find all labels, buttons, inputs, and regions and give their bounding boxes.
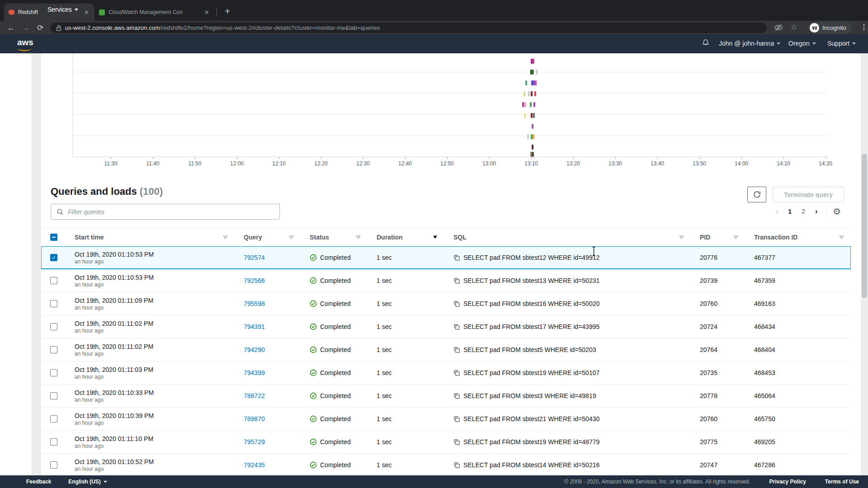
row-checkbox[interactable]	[41, 346, 61, 353]
url-bar[interactable]: us-west-2.console.aws.amazon.com/redshif…	[51, 23, 767, 33]
account-menu[interactable]: John @ john-hanna	[719, 40, 780, 47]
copy-icon[interactable]	[453, 370, 460, 376]
copy-icon[interactable]	[453, 462, 460, 469]
copy-icon[interactable]	[453, 393, 460, 399]
bookmark-star-icon[interactable]: ☆	[790, 22, 797, 32]
column-header-transaction-id[interactable]: Transaction ID	[745, 229, 851, 246]
query-link[interactable]: 788722	[244, 392, 265, 399]
query-event-mark[interactable]	[533, 59, 534, 64]
copy-icon[interactable]	[453, 347, 460, 353]
forward-button[interactable]: →	[22, 24, 30, 32]
row-checkbox[interactable]	[41, 300, 61, 307]
query-link[interactable]: 789870	[244, 415, 265, 422]
column-header-query[interactable]: Query	[235, 229, 301, 246]
query-event-mark[interactable]	[525, 80, 527, 85]
copy-icon[interactable]	[453, 277, 460, 284]
query-link[interactable]: 795729	[244, 438, 265, 446]
sort-icon[interactable]	[679, 235, 684, 239]
copy-icon[interactable]	[453, 324, 460, 330]
row-checkbox[interactable]	[41, 369, 61, 376]
sort-icon[interactable]	[839, 235, 844, 239]
tab-close-icon[interactable]: ✕	[203, 9, 210, 16]
query-link[interactable]: 794391	[244, 323, 265, 330]
page-2-button[interactable]: 2	[797, 208, 810, 215]
query-event-mark[interactable]	[531, 113, 533, 118]
query-event-mark[interactable]	[536, 70, 538, 75]
query-event-mark[interactable]	[530, 70, 532, 75]
row-checkbox[interactable]	[41, 323, 61, 330]
language-selector[interactable]: English (US)	[68, 479, 107, 485]
page-1-button[interactable]: 1	[783, 208, 797, 215]
row-checkbox[interactable]	[41, 461, 61, 469]
collapsed-side-panel[interactable]	[32, 53, 41, 475]
region-menu[interactable]: Oregon	[788, 40, 816, 47]
column-header-duration[interactable]: Duration	[368, 229, 444, 246]
query-event-mark[interactable]	[532, 145, 533, 150]
browser-menu-icon[interactable]: ⋮	[860, 23, 868, 31]
copy-icon[interactable]	[453, 300, 460, 307]
query-event-mark[interactable]	[532, 124, 533, 129]
column-header-status[interactable]: Status	[301, 229, 368, 246]
select-all-checkbox[interactable]	[41, 229, 61, 246]
privacy-policy-link[interactable]: Privacy Policy	[769, 479, 806, 485]
query-link[interactable]: 792435	[244, 461, 265, 469]
query-link[interactable]: 794399	[244, 369, 265, 376]
query-event-mark[interactable]	[533, 102, 535, 107]
next-page-button[interactable]: ›	[810, 207, 822, 216]
query-event-mark[interactable]	[524, 102, 526, 107]
copy-icon[interactable]	[453, 416, 460, 422]
gear-icon[interactable]: ⚙	[830, 206, 844, 217]
page-scrollbar-thumb[interactable]	[862, 154, 867, 298]
sort-icon[interactable]	[289, 235, 294, 239]
query-event-mark[interactable]	[531, 91, 533, 96]
row-checkbox[interactable]	[41, 415, 61, 422]
row-checkbox[interactable]	[41, 438, 61, 446]
new-tab-button[interactable]: +	[222, 6, 233, 17]
notifications-bell-icon[interactable]	[702, 38, 710, 47]
terms-of-use-link[interactable]: Terms of Use	[825, 479, 859, 485]
column-header-sql[interactable]: SQL	[444, 229, 691, 246]
x-axis-tick	[279, 157, 279, 159]
feedback-link[interactable]: Feedback	[26, 479, 51, 485]
query-event-mark[interactable]	[532, 152, 534, 157]
column-header-pid[interactable]: PID	[691, 229, 745, 246]
aws-logo[interactable]: aws	[17, 38, 33, 47]
query-event-mark[interactable]	[524, 113, 526, 118]
back-button[interactable]: ←	[7, 24, 15, 32]
support-menu[interactable]: Support	[827, 40, 856, 47]
copy-icon[interactable]	[453, 439, 460, 446]
query-link[interactable]: 792566	[244, 277, 265, 284]
query-event-mark[interactable]	[534, 91, 536, 96]
query-event-mark[interactable]	[527, 134, 529, 139]
query-link[interactable]: 792574	[244, 254, 265, 261]
copy-icon[interactable]	[453, 254, 460, 261]
query-link[interactable]: 794290	[244, 346, 265, 353]
query-event-mark[interactable]	[524, 91, 525, 96]
query-link[interactable]: 795598	[244, 300, 265, 307]
query-event-mark[interactable]	[522, 102, 524, 107]
sort-icon[interactable]	[223, 235, 228, 239]
row-checkbox[interactable]	[41, 392, 61, 399]
sort-icon[interactable]	[356, 235, 361, 239]
column-header-start-time[interactable]: Start time	[61, 229, 235, 246]
terminate-query-button[interactable]: Terminate query	[773, 187, 844, 202]
query-event-mark[interactable]	[528, 91, 530, 96]
tab-cloudwatch[interactable]: CloudWatch Management Con ✕	[94, 4, 215, 21]
row-checkbox[interactable]	[41, 277, 61, 284]
filter-queries-input[interactable]: Filter queries	[51, 204, 280, 220]
query-event-mark[interactable]	[532, 70, 534, 75]
query-event-mark[interactable]	[530, 102, 532, 107]
prev-page-button[interactable]: ‹	[771, 207, 783, 216]
services-menu[interactable]: Services	[47, 0, 78, 19]
row-checkbox[interactable]: ✓	[41, 254, 61, 261]
query-event-mark[interactable]	[535, 80, 537, 85]
tab-close-icon[interactable]: ✕	[83, 9, 90, 16]
reload-button[interactable]: ⟳	[37, 24, 43, 32]
query-event-mark[interactable]	[533, 113, 535, 118]
sort-icon[interactable]	[733, 235, 738, 239]
x-axis-label: 12:40	[398, 160, 412, 167]
refresh-button[interactable]	[747, 187, 766, 202]
query-event-mark[interactable]	[533, 134, 534, 139]
eye-slash-icon[interactable]	[774, 23, 783, 32]
sort-desc-icon[interactable]	[433, 235, 438, 239]
